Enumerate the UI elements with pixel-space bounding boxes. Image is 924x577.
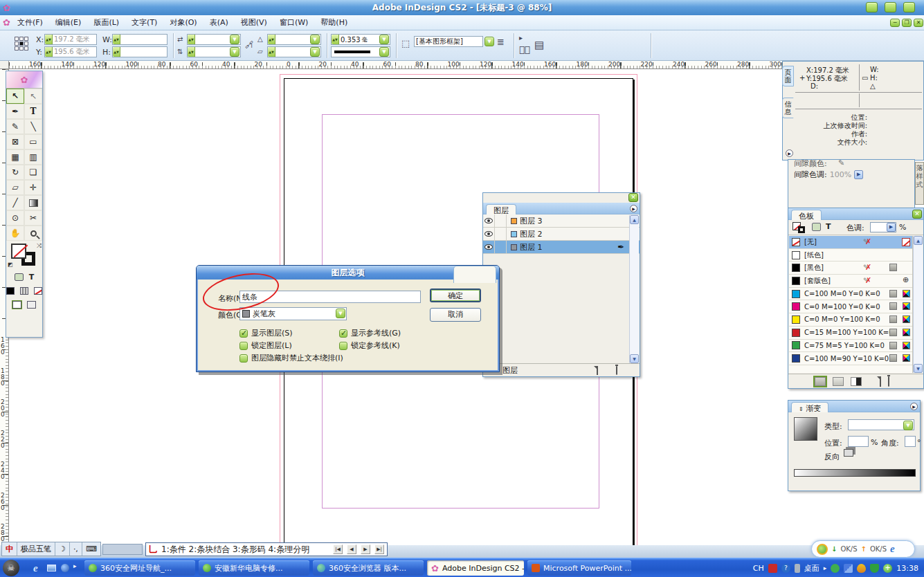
apply-none-icon[interactable]: [34, 287, 42, 295]
object-style-dropdown-icon[interactable]: ▼: [484, 37, 494, 46]
swatch-row[interactable]: C=100 M=90 Y=10 K=0: [789, 352, 912, 365]
direct-selection-tool[interactable]: ↖: [24, 89, 42, 104]
stroke-weight-dropdown-icon[interactable]: ▼: [379, 35, 389, 44]
fill-stroke-proxy[interactable]: ⤨ ◩: [6, 241, 42, 270]
w-spinner[interactable]: ▲▼: [113, 35, 120, 44]
color-dropdown-icon[interactable]: ▼: [336, 309, 345, 318]
desktop-toolbar[interactable]: 桌面: [804, 563, 819, 574]
quicklaunch-media-icon[interactable]: [61, 564, 69, 572]
quicklaunch-ie-icon[interactable]: e: [33, 562, 38, 574]
layers-close-icon[interactable]: ✕: [628, 193, 638, 202]
gap-tint-value[interactable]: 100%: [830, 170, 851, 179]
swatch-row[interactable]: [纸色]: [789, 249, 912, 262]
angle-field[interactable]: [905, 436, 916, 447]
swatches-tab[interactable]: 色板: [791, 210, 822, 220]
tray-windows-icon[interactable]: [844, 564, 853, 573]
scroll-down-icon[interactable]: ▼: [630, 354, 639, 363]
menu-type[interactable]: 文字(T): [126, 16, 163, 29]
preview-view-icon[interactable]: [27, 301, 36, 309]
ok-button[interactable]: 确定: [430, 288, 481, 302]
ime-candidates[interactable]: 1:条件 2:条块结合 3:条形码 4:条理分明: [161, 544, 329, 556]
stroke-style-dropdown-icon[interactable]: ▼: [379, 47, 389, 57]
x-field[interactable]: ▲▼197.2 毫米: [44, 34, 97, 45]
visibility-cell[interactable]: [483, 228, 495, 240]
checkbox-checked-icon[interactable]: [239, 329, 248, 338]
network-speed-widget[interactable]: ↓ OK/S ↑ OK/S e: [811, 540, 915, 558]
rotate-dropdown-icon[interactable]: ▼: [310, 35, 320, 44]
shear-dropdown-icon[interactable]: ▼: [310, 47, 320, 57]
selection-tool[interactable]: ↖: [6, 89, 24, 104]
apply-color-icon[interactable]: [6, 287, 15, 295]
scale-x-field[interactable]: ▲▼▼: [187, 34, 241, 45]
doc-restore-icon[interactable]: ❐: [902, 19, 912, 27]
delete-swatch-icon[interactable]: [888, 376, 889, 387]
paragraph-styles-side-tab[interactable]: 落样式: [915, 162, 924, 205]
checkbox-icon[interactable]: [239, 342, 248, 350]
scissors-tool[interactable]: ✂: [24, 210, 42, 226]
eyedropper-tool[interactable]: ╱: [6, 195, 24, 210]
menu-layout[interactable]: 版面(L): [88, 16, 125, 29]
swap-fill-stroke-icon[interactable]: ⤨: [37, 242, 42, 250]
tab-pages[interactable]: 页面: [782, 66, 794, 86]
scale-tool[interactable]: ❏: [24, 165, 42, 180]
default-fill-stroke-icon[interactable]: ◩: [8, 262, 13, 268]
button-tool[interactable]: ⊙: [6, 210, 24, 226]
language-indicator[interactable]: CH: [753, 564, 764, 573]
reference-point-proxy[interactable]: [15, 37, 28, 51]
tray-update-icon[interactable]: +: [883, 564, 892, 573]
visibility-cell[interactable]: [483, 241, 495, 253]
prev-page-icon[interactable]: ◀: [347, 544, 356, 554]
tint-spinner-icon[interactable]: ▶: [887, 223, 896, 232]
lock-layer-checkbox[interactable]: 锁定图层(L): [239, 340, 292, 351]
scroll-up-icon[interactable]: ▲: [630, 215, 639, 224]
pencil-tool[interactable]: ✎: [6, 119, 24, 134]
ruler-origin-box[interactable]: [0, 61, 9, 69]
flip-horizontal-icon[interactable]: ⇄: [177, 35, 183, 43]
menu-table[interactable]: 表(A): [204, 16, 234, 29]
swatch-row[interactable]: C=15 M=100 Y=100 K=0: [789, 327, 912, 340]
y-spinner[interactable]: ▲▼: [45, 47, 53, 57]
lock-cell[interactable]: [495, 228, 507, 240]
paragraph-style-icon[interactable]: ≣: [497, 37, 505, 47]
swatch-row[interactable]: C=75 M=5 Y=100 K=0: [789, 340, 912, 353]
tray-expand-icon[interactable]: ▸: [824, 565, 827, 571]
pen-tool[interactable]: ✒: [6, 104, 24, 119]
tray-shield-icon[interactable]: [870, 564, 879, 573]
checkbox-checked-icon[interactable]: [339, 329, 347, 338]
tray-help-icon[interactable]: ?: [781, 564, 790, 573]
menu-window[interactable]: 窗口(W): [274, 16, 314, 29]
show-desktop-icon[interactable]: [47, 565, 56, 571]
gap-color-field[interactable]: ✎: [838, 159, 844, 167]
stroke-style-field[interactable]: ▼: [331, 46, 390, 57]
scale-y-field[interactable]: ▲▼▼: [187, 46, 241, 57]
new-swatch-icon[interactable]: [880, 376, 881, 387]
apply-gradient-icon[interactable]: [20, 287, 28, 295]
layer-row[interactable]: 图层 3: [483, 214, 640, 228]
scale-x-spinner[interactable]: ▲▼: [188, 35, 195, 44]
next-page-icon[interactable]: ▶: [361, 544, 370, 554]
zoom-tool[interactable]: [24, 226, 42, 241]
doc-minimize-icon[interactable]: −: [890, 19, 900, 27]
show-all-swatches-button[interactable]: [815, 377, 826, 386]
scroll-down-icon[interactable]: ▼: [914, 364, 923, 373]
flip-vertical-icon[interactable]: ⇅: [177, 48, 183, 55]
position-field[interactable]: [848, 436, 869, 447]
scroll-up-icon[interactable]: ▲: [914, 236, 923, 245]
shear-tool[interactable]: ▱: [6, 180, 24, 195]
last-page-icon[interactable]: ▶|: [374, 544, 384, 554]
scale-x-dropdown-icon[interactable]: ▼: [230, 35, 239, 44]
gradient-thumbnail[interactable]: [794, 417, 817, 441]
y-field[interactable]: ▲▼195.6 毫米: [44, 46, 97, 57]
type-dropdown-icon[interactable]: ▼: [903, 421, 913, 430]
visibility-cell[interactable]: [483, 214, 495, 227]
lock-cell[interactable]: [495, 241, 507, 253]
checkbox-icon[interactable]: [339, 342, 347, 350]
info-menu-icon[interactable]: ▶: [786, 149, 793, 157]
gradient-menu-icon[interactable]: ▶: [910, 403, 918, 410]
gradient-tool[interactable]: [24, 195, 42, 210]
layers-scrollbar[interactable]: ▲ ▼: [629, 215, 639, 363]
shear-spinner[interactable]: ▲▼: [268, 47, 275, 57]
ime-name[interactable]: 极品五笔: [17, 542, 55, 556]
menu-edit[interactable]: 编辑(E): [50, 16, 87, 29]
suppress-text-wrap-checkbox[interactable]: 图层隐藏时禁止文本绕排(I): [239, 353, 343, 363]
